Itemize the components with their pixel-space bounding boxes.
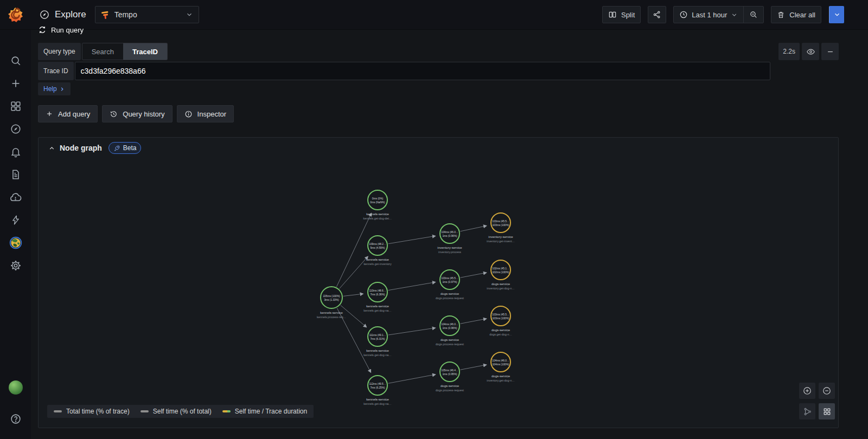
query-history-button[interactable]: Query history: [102, 105, 172, 122]
inspector-button[interactable]: Inspector: [177, 105, 234, 122]
graph-controls: [799, 383, 835, 419]
eye-icon: [806, 47, 815, 56]
sidebar-item-docs[interactable]: [5, 163, 27, 186]
graph-node-text: kennels-service: [366, 212, 389, 216]
graph-node-text: 0ms (NaN%): [370, 201, 385, 204]
query-actions: Add query Query history Inspector: [38, 105, 839, 122]
sidebar-item-alerting[interactable]: [5, 140, 27, 163]
graph-node-text: inventory.process: [438, 250, 461, 254]
legend-swatch-gray: [54, 410, 62, 412]
toggle-query-visibility-button[interactable]: [802, 43, 819, 60]
graph-edge-m2-r2: [461, 273, 487, 277]
graph-node-r3[interactable]: 103ms (45.5…103ms (100%)dogs-servicedogs…: [489, 306, 512, 336]
legend-label: Self time / Trace duration: [235, 408, 307, 415]
grafana-logo[interactable]: [0, 8, 31, 22]
run-query-dropdown-button[interactable]: [829, 6, 844, 23]
graph-node-m3[interactable]: 104ms (46.0…1ms (0.96%)dogs-servicedogs.…: [436, 316, 464, 346]
graph-node-text: 104ms (46.0…: [492, 359, 509, 362]
graph-node-text: 5ms (4.59%): [370, 247, 385, 249]
graph-zoom-in-button[interactable]: [799, 383, 815, 399]
collapse-query-button[interactable]: [821, 43, 839, 60]
graph-node-r4[interactable]: 104ms (46.0…104ms (100%)dogs-serviceinve…: [487, 352, 514, 382]
graph-node-text: 109ms (48.2…: [369, 243, 386, 246]
trash-icon: [777, 11, 785, 19]
search-icon: [10, 55, 22, 67]
graph-node-n5[interactable]: 112ms (49.5…7ms (6.25%)kennels-serviceke…: [363, 376, 392, 405]
graph-node-n4[interactable]: 111ms (49.1…7ms (6.31%)kennels-serviceke…: [363, 327, 392, 357]
add-query-button[interactable]: Add query: [38, 105, 98, 122]
sidebar-item-lightning[interactable]: [5, 209, 27, 231]
graph-node-n3[interactable]: 110ms (48.6…7ms (6.36%)kennels-serviceke…: [363, 282, 392, 312]
graph-node-text: 102ms (100%): [492, 271, 509, 274]
zoom-out-time-button[interactable]: [744, 7, 763, 23]
graph-node-m2[interactable]: 103ms (45.5…1ms (0.97%)dogs-servicedogs.…: [436, 270, 464, 300]
sidebar-item-help[interactable]: [5, 408, 27, 430]
sidebar-item-explore[interactable]: [5, 118, 27, 140]
help-circle-icon: [10, 413, 22, 425]
graph-node-text: inventory.get-dog-n…: [487, 379, 514, 382]
magnifier-minus-icon: [749, 10, 758, 19]
minus-icon: [826, 48, 834, 56]
grid-layout-icon: [822, 407, 832, 416]
graph-edge-n2-m1: [388, 236, 436, 243]
graph-node-text: kennels.get-dog-det…: [363, 217, 392, 220]
graph-node-text: 1ms (0.97%): [442, 281, 457, 283]
graph-layout-grid-button[interactable]: [819, 403, 835, 419]
graph-node-text: kennels-service: [366, 258, 389, 261]
top-bar: Explore Tempo Split Last 1 hour: [0, 0, 868, 30]
history-icon: [110, 110, 118, 118]
inspector-label: Inspector: [197, 110, 226, 118]
graph-node-text: 105ms (46.4…: [441, 369, 458, 372]
graph-node-m4[interactable]: 105ms (46.4…1ms (0.95%)dogs-servicedogs.…: [436, 362, 464, 392]
query-type-option-traceid[interactable]: TraceID: [123, 43, 167, 60]
query-type-option-search[interactable]: Search: [82, 43, 123, 60]
graph-node-r2[interactable]: 102ms (45.1…102ms (100%)dogs-serviceinve…: [487, 260, 514, 290]
avatar: [9, 380, 23, 395]
info-circle-icon: [184, 110, 193, 118]
sidebar-item-settings[interactable]: [5, 254, 27, 277]
trace-id-input[interactable]: [75, 62, 770, 80]
sidebar-item-world-plugin[interactable]: [5, 231, 27, 254]
clear-all-button[interactable]: Clear all: [771, 6, 821, 23]
sidebar-item-profile[interactable]: [5, 376, 27, 399]
help-link[interactable]: Help: [38, 82, 71, 95]
sidebar-item-add[interactable]: [5, 72, 27, 95]
graph-node-m1[interactable]: 104ms (46.0…1ms (0.96%)inventory-service…: [437, 224, 462, 254]
graph-node-text: 7ms (6.36%): [370, 293, 385, 296]
dashboards-grid-icon: [10, 100, 22, 112]
graph-node-n2[interactable]: 109ms (48.2…5ms (4.59%)kennels-serviceke…: [363, 236, 392, 266]
graph-node-text: kennels-service: [366, 305, 389, 308]
graph-node-text: 104ms (100%): [492, 363, 509, 366]
graph-edge-n4-m3: [388, 328, 436, 335]
graph-layout-hierarchy-button[interactable]: [799, 403, 815, 419]
graph-node-text: dogs-service: [441, 384, 459, 388]
node-graph-panel: 226ms (100%)3ms (1.33%)kennels-serviceke…: [38, 137, 839, 428]
sidebar-item-search[interactable]: [5, 49, 27, 72]
graph-edge-n5-m4: [388, 375, 436, 383]
sidebar-item-cloud[interactable]: [5, 186, 27, 209]
graph-edge-m3-r3: [461, 319, 487, 324]
graph-edge-root-n2: [340, 256, 368, 288]
graph-node-text: dogs-service: [492, 282, 510, 286]
split-label: Split: [621, 11, 635, 19]
document-icon: [10, 169, 22, 180]
graph-node-r1[interactable]: 103ms (45.5…103ms (100%)inventory-servic…: [487, 213, 515, 243]
graph-node-text: dogs.get-dog-n…: [489, 333, 512, 336]
sidebar-item-dashboards[interactable]: [5, 95, 27, 118]
bell-icon: [10, 146, 22, 158]
split-icon: [608, 10, 617, 19]
node-graph-canvas[interactable]: 226ms (100%)3ms (1.33%)kennels-serviceke…: [39, 138, 838, 428]
nav-sidebar: [0, 30, 31, 439]
graph-node-root[interactable]: 226ms (100%)3ms (1.33%)kennels-serviceke…: [317, 287, 346, 319]
graph-zoom-out-button[interactable]: [819, 383, 835, 399]
share-button[interactable]: [648, 6, 666, 23]
split-button[interactable]: Split: [602, 6, 641, 23]
datasource-picker[interactable]: Tempo: [95, 6, 199, 23]
time-range-picker[interactable]: Last 1 hour: [674, 7, 743, 23]
circle-minus-icon: [822, 386, 832, 396]
graph-node-n1[interactable]: 0ms (0%)0ms (NaN%)kennels-servicekennels…: [363, 190, 392, 220]
graph-node-text: dogs-service: [441, 292, 459, 295]
time-picker-group: Last 1 hour: [673, 6, 764, 23]
graph-node-text: dogs.process-request: [436, 389, 464, 392]
cloud-alert-icon: [9, 191, 22, 204]
